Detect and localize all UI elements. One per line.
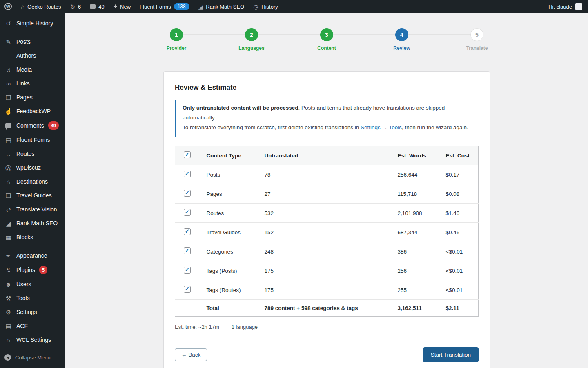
sidebar-item-fluent-forms[interactable]: ▤Fluent Forms (0, 133, 65, 147)
sidebar-item-plugins[interactable]: ↯Plugins5 (0, 263, 65, 277)
history-label: History (261, 4, 278, 10)
step-languages[interactable]: 2Languages (245, 28, 258, 41)
admin-bar-item-wordpress-logo[interactable]: W (0, 0, 16, 13)
notice-bold-text: Only untranslated content will be proces… (183, 105, 298, 111)
sidebar-item-blocks[interactable]: ▦Blocks (0, 230, 65, 244)
sidebar-item-label: Tools (16, 294, 30, 302)
media-icon: ♫ (4, 67, 12, 73)
back-button[interactable]: ← Back (175, 348, 207, 361)
sidebar-item-tools[interactable]: ⚒Tools (0, 291, 65, 305)
sidebar-item-media[interactable]: ♫Media (0, 63, 65, 76)
admin-bar-item-history[interactable]: ◷History (249, 0, 283, 13)
sidebar-item-settings[interactable]: ⚙Settings (0, 305, 65, 319)
table-row: Tags (Routes)175255<$0.01 (175, 280, 479, 300)
brush-icon: ✒ (4, 253, 12, 259)
row-checkbox[interactable] (184, 190, 191, 197)
admin-bar-item-updates[interactable]: ↻6 (65, 0, 85, 13)
step-content[interactable]: 3Content (320, 28, 333, 41)
cell-est-cost: $1.40 (442, 204, 479, 223)
cell-content-type: Tags (Posts) (203, 261, 261, 280)
total-untranslated: 789 content + 598 categories & tags (261, 300, 394, 317)
select-all-checkbox[interactable] (184, 151, 191, 158)
language-count-text: 1 language (232, 324, 258, 330)
sidebar-item-label: wpDiscuz (16, 164, 41, 171)
row-checkbox[interactable] (184, 247, 191, 254)
cell-content-type: Posts (203, 165, 261, 184)
sidebar-item-destinations[interactable]: ⌂Destinations (0, 175, 65, 188)
sidebar-item-pages[interactable]: ❐Pages (0, 90, 65, 104)
sidebar-item-wpdiscuz[interactable]: ⓌwpDiscuz (0, 161, 65, 175)
step-connector (183, 34, 245, 35)
admin-bar-item-comments-count[interactable]: 49 (85, 0, 109, 13)
sidebar-item-label: Fluent Forms (16, 136, 50, 144)
sidebar-item-label: Translate Vision (16, 206, 57, 213)
comments-bubble-icon (5, 123, 11, 128)
notice-line2-post: , then run the wizard again. (402, 124, 468, 130)
row-checkbox[interactable] (184, 209, 191, 216)
row-checkbox[interactable] (184, 228, 191, 235)
step-provider[interactable]: 1Provider (170, 28, 183, 41)
checkbox-cell (175, 280, 203, 300)
user-icon: ☻ (4, 281, 12, 287)
admin-bar-item-new-content[interactable]: +New (109, 0, 135, 13)
sidebar-item-label: Settings (16, 308, 37, 316)
sitemap-icon: ∴ (4, 151, 12, 157)
total-cost: $2.11 (442, 300, 479, 317)
sidebar-item-simple-history[interactable]: ↺Simple History (0, 16, 65, 30)
count-badge: 5 (39, 266, 47, 274)
settings-tools-link[interactable]: Settings → Tools (361, 124, 402, 130)
cell-content-type: Travel Guides (203, 223, 261, 242)
sidebar-item-label: Links (16, 80, 30, 87)
thumbs-up-icon: ☝ (4, 108, 12, 114)
admin-bar-item-site-name[interactable]: ⌂Gecko Routes (16, 0, 65, 13)
step-number: 4 (395, 28, 408, 41)
sidebar-item-routes[interactable]: ∴Routes (0, 147, 65, 161)
sidebar-item-travel-guides[interactable]: ❏Travel Guides (0, 188, 65, 202)
admin-bar-item-fluent-forms[interactable]: Fluent Forms138 (135, 0, 194, 13)
step-connector (333, 34, 395, 35)
sidebar-menu: ▦Dashboard↺Simple History✎Posts⋯Authors♫… (0, 13, 65, 347)
sidebar-item-rank-math-seo[interactable]: ◢Rank Math SEO (0, 216, 65, 230)
cell-untranslated: 27 (261, 184, 394, 204)
sidebar-item-authors[interactable]: ⋯Authors (0, 49, 65, 63)
step-translate[interactable]: 5Translate (470, 28, 483, 41)
account-menu[interactable]: Hi, claude (548, 3, 588, 10)
notice-line-1: Only untranslated content will be proces… (183, 103, 473, 123)
row-checkbox[interactable] (184, 267, 191, 274)
step-label: Translate (466, 45, 488, 51)
cell-content-type: Pages (203, 184, 261, 204)
cell-untranslated: 175 (261, 280, 394, 300)
collapse-menu-button[interactable]: ◀ Collapse Menu (0, 351, 65, 364)
cell-est-words: 256 (394, 261, 442, 280)
plus-icon: + (114, 3, 117, 10)
sidebar-item-label: Posts (16, 38, 31, 45)
sidebar-item-wcl-settings[interactable]: ⌂WCL Settings (0, 333, 65, 347)
step-review[interactable]: 4Review (395, 28, 408, 41)
admin-bar-item-rank-math-seo[interactable]: ◢Rank Math SEO (194, 0, 249, 13)
row-checkbox[interactable] (184, 286, 191, 293)
links-icon: ∞ (4, 81, 12, 87)
admin-bar: W⌂Gecko Routes↻649+NewFluent Forms138◢Ra… (0, 0, 588, 13)
sidebar-item-appearance[interactable]: ✒Appearance (0, 249, 65, 263)
table-row: Routes5322,101,908$1.40 (175, 204, 479, 223)
sidebar-item-label: Blocks (16, 233, 33, 241)
sidebar-item-comments[interactable]: Comments49 (0, 118, 65, 133)
sidebar-item-acf[interactable]: ▤ACF (0, 319, 65, 333)
checkbox-cell (175, 261, 203, 280)
dots-icon: ⋯ (4, 53, 12, 59)
sidebar-item-feedbackwp[interactable]: ☝FeedbackWP (0, 104, 65, 118)
sidebar-item-label: Appearance (16, 252, 47, 259)
comments-bubble-icon (90, 4, 96, 9)
wpdiscuz-icon: Ⓦ (4, 165, 12, 171)
start-translation-button[interactable]: Start Translation (423, 347, 479, 362)
checkbox-cell (175, 204, 203, 223)
sidebar-item-translate-vision[interactable]: ⇄Translate Vision (0, 202, 65, 216)
row-checkbox[interactable] (184, 171, 191, 177)
sidebar-item-users[interactable]: ☻Users (0, 277, 65, 291)
cell-est-words: 256,644 (394, 165, 442, 184)
pin-icon: ✎ (4, 39, 12, 45)
sidebar-item-posts[interactable]: ✎Posts (0, 35, 65, 49)
sidebar-item-dashboard[interactable]: ▦Dashboard (0, 13, 65, 16)
cell-untranslated: 175 (261, 261, 394, 280)
sidebar-item-links[interactable]: ∞Links (0, 76, 65, 90)
